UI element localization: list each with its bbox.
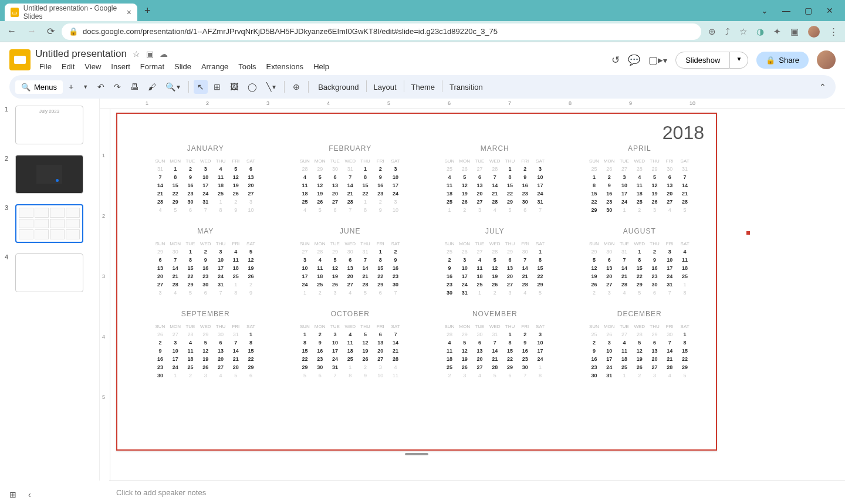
line-icon[interactable]: ╲▾ [263,80,279,94]
day-header: THU [358,157,373,165]
slide-thumb-4[interactable] [15,253,83,292]
paint-format-icon[interactable]: 🖌 [144,80,160,94]
menu-help[interactable]: Help [309,61,333,72]
day-out: 1 [168,371,183,380]
tb-transition[interactable]: Transition [445,80,488,94]
tb-background[interactable]: Background [313,80,363,94]
image-icon[interactable]: 🖼 [227,80,242,94]
menu-extensions[interactable]: Extensions [262,61,308,72]
menu-format[interactable]: Format [136,61,168,72]
menu-icon[interactable]: ⋮ [829,26,838,37]
day: 16 [388,264,403,272]
star-icon[interactable]: ☆ [739,26,747,37]
new-slide-dd[interactable]: ▼ [79,82,92,92]
day: 4 [312,256,327,264]
day-out: 9 [244,289,259,297]
side-panel-icon[interactable]: ▣ [790,26,799,37]
back-icon[interactable]: ← [7,26,16,37]
slide-resize-handle[interactable] [405,453,428,455]
selection-handle[interactable] [746,231,750,235]
day: 7 [168,256,183,264]
menu-edit[interactable]: Edit [58,61,79,72]
menus-label: Menus [34,83,57,92]
slide-canvas[interactable]: 2018 JANUARYSUNMONTUEWEDTHUFRISAT3112345… [116,113,717,451]
day: 19 [632,355,647,363]
chevron-down-icon[interactable]: ⌄ [761,6,768,15]
menu-file[interactable]: File [35,61,56,72]
browser-tab[interactable]: ▭ Untitled presentation - Google Slides … [5,4,137,21]
day: 6 [472,339,488,347]
reload-icon[interactable]: ⟳ [47,26,55,37]
share-button[interactable]: 🔒 Share [756,52,809,69]
history-icon[interactable]: ↺ [611,54,620,66]
slideshow-dropdown[interactable]: ▼ [730,52,748,69]
redo-icon[interactable]: ↷ [110,80,124,94]
day: 2 [647,248,663,256]
extension-icon-2[interactable]: ✦ [773,26,781,37]
tb-layout[interactable]: Layout [369,80,401,94]
zoom-icon[interactable]: ⊕ [708,26,716,37]
day: 1 [298,330,313,339]
day: 10 [213,256,228,264]
day-out: 1 [442,206,457,214]
day-out: 7 [327,371,343,380]
select-tool-icon[interactable]: ↖ [194,80,208,94]
present-video-icon[interactable]: ▢▸▾ [648,54,667,66]
doc-title[interactable]: Untitled presentation [35,48,127,60]
menus-search[interactable]: 🔍 Menus [15,80,63,94]
account-avatar[interactable] [817,50,836,69]
print-icon[interactable]: 🖶 [127,80,142,94]
day: 9 [388,256,403,264]
month-name: JULY [442,227,548,235]
slideshow-button[interactable]: Slideshow [675,52,730,69]
day-out: 4 [472,371,488,380]
menu-arrange[interactable]: Arrange [197,61,232,72]
day: 24 [298,280,313,289]
day-out: 28 [183,330,198,339]
day: 18 [298,190,313,198]
profile-avatar-icon[interactable] [808,26,820,38]
text-box-icon[interactable]: ⊞ [210,80,224,94]
close-window-icon[interactable]: ✕ [826,6,833,15]
forward-icon[interactable]: → [27,26,36,37]
day-out: 31 [487,330,502,339]
tab-close-icon[interactable]: × [127,8,131,17]
day: 20 [153,272,168,280]
zoom-tool-icon[interactable]: 🔍▾ [162,80,184,94]
day: 28 [662,363,677,371]
new-slide-button[interactable]: + [65,80,77,94]
extension-icon-1[interactable]: ◑ [756,26,764,37]
move-folder-icon[interactable]: ▣ [146,49,154,59]
menu-tools[interactable]: Tools [234,61,260,72]
slide-thumb-1[interactable]: July 2023 [15,106,83,144]
menu-slide[interactable]: Slide [170,61,195,72]
day: 14 [487,181,502,190]
day: 12 [327,264,343,272]
menu-insert[interactable]: Insert [107,61,134,72]
slide-thumb-3[interactable] [15,204,83,243]
menu-view[interactable]: View [80,61,105,72]
slides-logo-icon[interactable] [9,49,31,70]
speaker-notes[interactable]: Click to add speaker notes [109,481,845,504]
comment-add-icon[interactable]: ⊕ [289,80,303,94]
grid-view-icon[interactable]: ⊞ [9,490,16,499]
day: 2 [442,256,457,264]
minimize-icon[interactable]: — [782,6,790,15]
day-header: MON [168,157,183,165]
maximize-icon[interactable]: ▢ [805,6,812,15]
comments-icon[interactable]: 💬 [628,54,640,66]
day: 26 [358,355,373,363]
new-tab-button[interactable]: + [137,5,158,17]
star-doc-icon[interactable]: ☆ [133,49,140,59]
day-out: 30 [662,165,677,173]
explore-icon[interactable]: ‹ [28,490,31,499]
url-input[interactable]: 🔒 docs.google.com/presentation/d/1--AFZm… [62,23,701,40]
share-url-icon[interactable]: ⤴ [725,26,730,36]
day: 25 [343,355,358,363]
tb-theme[interactable]: Theme [407,80,440,94]
slide-thumb-2[interactable] [15,155,83,194]
shape-icon[interactable]: ◯ [244,80,261,94]
month-name: AUGUST [587,227,693,235]
undo-icon[interactable]: ↶ [94,80,108,94]
collapse-icon[interactable]: ⌃ [816,80,830,94]
